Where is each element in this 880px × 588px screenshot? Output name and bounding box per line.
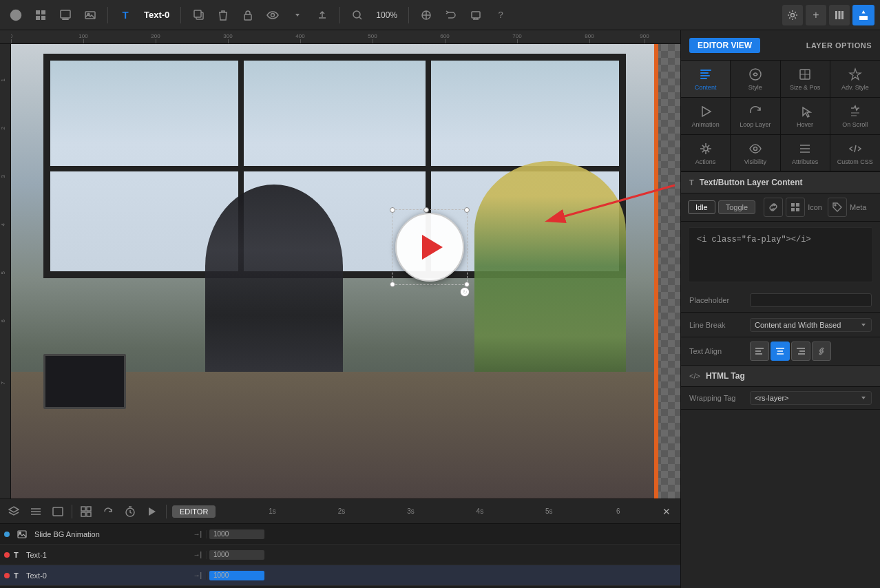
- svg-rect-6: [62, 19, 69, 20]
- line-break-select[interactable]: Content and Width Based: [750, 318, 872, 332]
- editor-view-button[interactable]: EdItor VIEW: [689, 38, 760, 53]
- arrange-icon[interactable]: [78, 503, 94, 520]
- content-icon: [699, 67, 713, 81]
- svg-rect-35: [700, 78, 707, 79]
- icon-cell-style[interactable]: Style: [731, 61, 780, 98]
- align-link-button[interactable]: [812, 342, 831, 361]
- slide-bg-icon: [14, 530, 30, 538]
- icon-cell-custom-css[interactable]: Custom CSS: [830, 135, 880, 172]
- tl-bar-slide-bg[interactable]: 1000: [209, 529, 264, 539]
- play-button-container[interactable]: ↻: [395, 213, 464, 282]
- html-tag-section-header[interactable]: </> HTML Tag: [681, 366, 880, 387]
- tab-idle[interactable]: Idle: [688, 200, 715, 214]
- svg-point-42: [753, 147, 757, 150]
- zoom-value[interactable]: 100%: [372, 10, 401, 20]
- line-break-label: Line Break: [689, 321, 744, 329]
- delete-icon[interactable]: [213, 5, 233, 25]
- content-section-header: T Text/Button Layer Content: [681, 172, 880, 193]
- icon-cell-content[interactable]: Content: [681, 61, 731, 98]
- align-center-button[interactable]: [771, 342, 790, 361]
- zoom-icon[interactable]: [347, 5, 368, 25]
- tl-color-dot: [4, 532, 10, 537]
- bottom-panel: EDITOR 1s 2s 3s 4s 5s 6 ✕: [0, 498, 680, 588]
- lock-icon[interactable]: [238, 5, 258, 25]
- html-tag-title: HTML Tag: [706, 371, 745, 381]
- timer-icon[interactable]: [122, 503, 138, 520]
- code-content[interactable]: <i class="fa-play"></i>: [697, 235, 811, 244]
- code-editor[interactable]: <i class="fa-play"></i>: [688, 227, 873, 282]
- slides-icon[interactable]: [55, 5, 76, 25]
- upload-icon[interactable]: [312, 5, 333, 25]
- play-timeline-icon[interactable]: [144, 503, 160, 520]
- icon-cell-visibility[interactable]: Visibility: [731, 135, 780, 172]
- eye-icon[interactable]: [262, 5, 283, 25]
- icon-cell-size-pos[interactable]: Size & Pos: [781, 61, 830, 98]
- placeholder-input[interactable]: [750, 293, 872, 307]
- text-align-label: Text Align: [689, 347, 744, 355]
- icon-cell-hover[interactable]: Hover: [781, 98, 830, 135]
- svg-point-36: [750, 69, 761, 80]
- mark-1s: 1s: [238, 507, 306, 515]
- tl-arrow-slide-bg: →|: [193, 530, 202, 538]
- play-circle[interactable]: [395, 213, 464, 282]
- tl-label-slide-bg[interactable]: Slide BG Animation →|: [0, 530, 207, 538]
- animation-label: Animation: [692, 121, 720, 129]
- tl-arrow-text1: →|: [193, 551, 202, 558]
- editor-button[interactable]: EDITOR: [172, 505, 216, 518]
- section-t-icon: T: [689, 178, 694, 187]
- undo-icon[interactable]: [441, 5, 461, 25]
- publish-button[interactable]: [852, 5, 874, 25]
- grid-icon[interactable]: [30, 5, 51, 25]
- icon-cell-adv-style[interactable]: Adv. Style: [830, 61, 880, 98]
- tl-bar-text1[interactable]: 1000: [209, 550, 264, 560]
- icon-cell-loop-layer[interactable]: Loop Layer: [731, 98, 780, 135]
- dropdown-icon[interactable]: [287, 5, 308, 25]
- svg-rect-34: [700, 75, 710, 76]
- add-button[interactable]: +: [806, 5, 826, 25]
- svg-marker-40: [702, 107, 711, 116]
- list-icon[interactable]: [28, 503, 44, 520]
- help-icon[interactable]: ?: [490, 5, 511, 25]
- layer-name: Text-0: [140, 10, 174, 20]
- icon-cell-on-scroll[interactable]: On Scroll: [830, 98, 880, 135]
- duplicate-icon[interactable]: [188, 5, 209, 25]
- mark-4s: 4s: [446, 507, 514, 515]
- timeline-close-button[interactable]: ✕: [658, 503, 675, 520]
- canvas-viewport[interactable]: 0 100 200 300 400 500 600 700 80: [0, 30, 680, 498]
- loop-layer-label: Loop Layer: [740, 121, 771, 129]
- settings-button[interactable]: [782, 5, 803, 25]
- visibility-label: Visibility: [744, 158, 766, 166]
- text-align-row: Text Align: [681, 337, 880, 366]
- tl-label-text0[interactable]: T Text-0 →|: [0, 571, 207, 580]
- tag-icon[interactable]: [828, 198, 847, 217]
- align-left-button[interactable]: [750, 342, 769, 361]
- dropdown-chevron-icon: [860, 322, 867, 328]
- svg-rect-24: [53, 507, 63, 516]
- slide-image[interactable]: ↻: [11, 44, 658, 498]
- wrapping-tag-select[interactable]: <rs-layer>: [750, 391, 872, 405]
- columns-button[interactable]: [829, 5, 850, 25]
- icon-cell-attributes[interactable]: Attributes: [781, 135, 830, 172]
- wordpress-icon[interactable]: [6, 5, 26, 25]
- tab-toggle[interactable]: Toggle: [718, 200, 755, 214]
- icon-cell-actions[interactable]: Actions: [681, 135, 731, 172]
- timeline-separator: [72, 505, 72, 518]
- target-icon[interactable]: [416, 5, 437, 25]
- tl-bar-text0[interactable]: 1000: [209, 571, 264, 580]
- tl-label-text1[interactable]: T Text-1 →|: [0, 551, 207, 559]
- layer-options-label: LAYER OPTIONS: [806, 41, 872, 50]
- media-icon[interactable]: [80, 5, 101, 25]
- grid-tab-icon[interactable]: [786, 198, 805, 217]
- align-right-button[interactable]: [791, 342, 810, 361]
- icon-cell-animation[interactable]: Animation: [681, 98, 731, 135]
- link-icon[interactable]: [764, 198, 783, 217]
- canvas-stage[interactable]: 1 2 3 4 5 6 7: [0, 44, 680, 498]
- box-icon[interactable]: [50, 503, 66, 520]
- tl-bar-value-text1: 1000: [213, 551, 229, 558]
- device-icon[interactable]: [465, 5, 486, 25]
- icon-grid: Content Style Size & Pos Adv. Style Anim…: [681, 61, 880, 172]
- mark-2s: 2s: [307, 507, 376, 515]
- refresh-icon[interactable]: [100, 503, 116, 520]
- layers-icon[interactable]: [6, 503, 22, 520]
- svg-rect-5: [61, 10, 70, 18]
